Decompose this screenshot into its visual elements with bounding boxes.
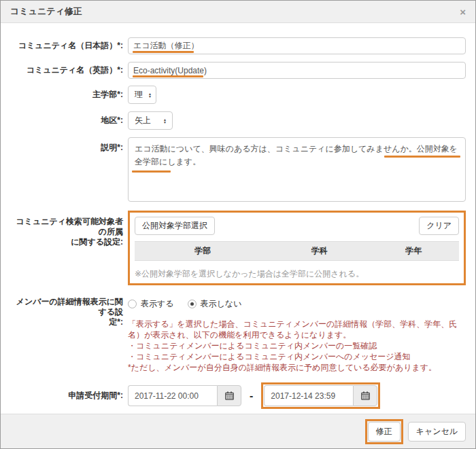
annotation-underline xyxy=(133,75,203,77)
search-scope-label: コミュニティ検索可能対象者の所属 に関する設定: xyxy=(10,211,123,247)
name-en-label: コミュニティ名（英語）*: xyxy=(10,65,123,75)
district-select[interactable]: 矢上 ▲▼ xyxy=(128,111,173,130)
table-header-grade: 学年 xyxy=(368,242,459,261)
dialog-title: コミュニティ修正 xyxy=(10,5,82,18)
annotation-box-search-scope: 公開対象学部選択 クリア 学部 学科 学年 ※公開対象学部を選択しなかった場合は… xyxy=(128,211,466,285)
application-end-calendar-button[interactable] xyxy=(353,385,377,406)
name-ja-label: コミュニティ名（日本語）*: xyxy=(10,41,123,51)
application-start-calendar-button[interactable] xyxy=(217,385,241,406)
period-separator: - xyxy=(250,390,253,402)
community-edit-dialog: コミュニティ修正 × コミュニティ名（日本語）*: コミュニティ名（英語）*: … xyxy=(0,0,476,449)
member-detail-label: メンバーの詳細情報表示に関する設 定*: xyxy=(10,297,123,327)
radio-show[interactable] xyxy=(128,300,137,308)
select-spinner-icon: ▲▼ xyxy=(148,92,152,98)
clear-button[interactable]: クリア xyxy=(419,217,459,235)
close-icon[interactable]: × xyxy=(460,7,466,17)
faculty-select[interactable]: 理 ▲▼ xyxy=(128,86,156,104)
annotation-underline xyxy=(133,51,194,53)
district-label: 地区*: xyxy=(10,115,123,126)
calendar-icon xyxy=(361,391,370,400)
annotation-box-submit: 修正 xyxy=(365,419,403,444)
select-spinner-icon: ▲▼ xyxy=(163,118,167,124)
calendar-icon xyxy=(225,391,234,400)
annotation-underline xyxy=(132,170,171,173)
district-select-value: 矢上 xyxy=(135,115,151,126)
faculty-select-value: 理 xyxy=(135,89,143,101)
description-textarea[interactable]: エコ活動について、興味のある方は、コミュニティに参加してみませんか。公開対象を全… xyxy=(128,137,466,202)
faculty-label: 主学部*: xyxy=(10,90,123,100)
application-period-label: 申請受付期間*: xyxy=(10,391,123,401)
submit-button[interactable]: 修正 xyxy=(368,422,401,442)
table-header-faculty: 学部 xyxy=(135,242,271,261)
annotation-box-application-end xyxy=(261,382,380,409)
annotation-underline xyxy=(384,156,460,158)
table-header-department: 学科 xyxy=(271,242,368,261)
dialog-footer: 修正 キャンセル xyxy=(1,414,475,448)
dialog-header: コミュニティ修正 × xyxy=(1,1,475,23)
affiliation-table: 学部 学科 学年 xyxy=(135,241,459,261)
description-label: 説明*: xyxy=(10,137,123,153)
select-target-faculty-button[interactable]: 公開対象学部選択 xyxy=(135,217,215,235)
member-detail-warning: 「表示する」を選択した場合、コミュニティメンバーの詳細情報（学部、学科、学年、氏… xyxy=(128,319,466,373)
cancel-button[interactable]: キャンセル xyxy=(408,422,466,442)
radio-hide-label[interactable]: 表示しない xyxy=(201,298,242,310)
application-start-input[interactable] xyxy=(128,385,217,406)
dialog-body: コミュニティ名（日本語）*: コミュニティ名（英語）*: 主学部*: 理 ▲▼ xyxy=(1,23,475,414)
radio-show-label[interactable]: 表示する xyxy=(141,298,174,310)
radio-hide[interactable] xyxy=(188,300,197,308)
application-end-input[interactable] xyxy=(264,385,353,406)
search-scope-note: ※公開対象学部を選択しなかった場合は全学部に公開される。 xyxy=(135,268,459,280)
